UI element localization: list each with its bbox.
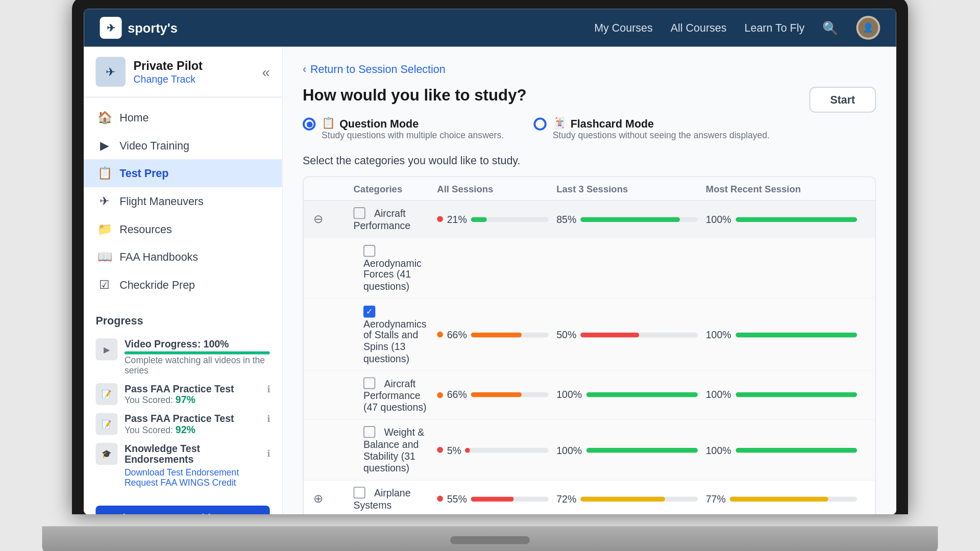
logo-icon: ✈ (100, 17, 122, 39)
all-bar-fill (471, 496, 514, 501)
sidebar-item-home[interactable]: 🏠 Home (84, 104, 282, 132)
back-link[interactable]: Return to Session Selection (310, 63, 446, 74)
l3-bar (580, 496, 698, 501)
col-toggle-header (314, 183, 354, 194)
study-options: How would you like to study? 📋 Question … (303, 87, 770, 140)
sidebar-item-checkride-prep[interactable]: ☑ Checkride Prep (84, 270, 282, 298)
request-wings-link[interactable]: Request FAA WINGS Credit (125, 478, 270, 488)
knowledge-title: Knowledge Test Endorsements (125, 443, 263, 465)
sidebar-label-test-prep: Test Prep (120, 167, 169, 179)
faa-1-info-icon[interactable]: ℹ (267, 384, 270, 394)
logo[interactable]: ✈ sporty's (100, 17, 178, 39)
all-sessions-cell: 66% (437, 329, 557, 339)
faa-1-icon: 📝 (96, 383, 118, 405)
faa-2-score-value: 92% (176, 424, 195, 435)
flashcard-mode-icon: 🃏 (553, 116, 567, 129)
l3-bar-fill (580, 332, 639, 337)
sidebar-item-test-prep[interactable]: 📋 Test Prep (84, 159, 282, 187)
col-recent-header: Most Recent Session (706, 183, 865, 194)
test-prep-icon: 📋 (98, 166, 112, 180)
sidebar-label-video: Video Training (120, 139, 190, 151)
study-mode-row: How would you like to study? 📋 Question … (303, 87, 876, 140)
video-progress-bar (125, 351, 270, 354)
knowledge-icon: 🎓 (96, 443, 118, 465)
faa-2-info-icon[interactable]: ℹ (267, 413, 270, 423)
mr-pct: 100% (706, 389, 731, 400)
mr-bar (736, 216, 857, 221)
mr-bar-fill (736, 332, 857, 337)
row-label-cell: Aircraft Performance (47 questions) (363, 377, 437, 413)
knowledge-info-icon[interactable]: ℹ (267, 448, 270, 459)
nav-my-courses[interactable]: My Courses (594, 22, 652, 34)
table-row: Aerodynamics of Stalls and Spins (13 que… (304, 298, 875, 371)
sidebar-item-flight-maneuvers[interactable]: ✈ Flight Maneuvers (84, 187, 282, 215)
last3-cell: 85% (557, 213, 706, 224)
row-checkbox[interactable] (363, 244, 375, 256)
mr-bar-fill (736, 392, 857, 397)
dot-indicator (437, 495, 444, 502)
checkride-icon: ☑ (98, 278, 112, 291)
row-label: Aerodynamics of Stalls and Spins (13 que… (363, 318, 427, 364)
row-checkbox[interactable] (363, 426, 375, 438)
row-checkbox[interactable] (354, 207, 365, 219)
row-checkbox[interactable] (363, 378, 375, 389)
all-bar (471, 496, 549, 501)
all-pct: 55% (447, 493, 467, 504)
nav-learn-to-fly[interactable]: Learn To Fly (745, 22, 805, 34)
flashcard-mode-radio[interactable] (534, 117, 547, 130)
logo-text: sporty's (128, 20, 178, 35)
sidebar-item-faa-handbooks[interactable]: 📖 FAA Handbooks (84, 243, 282, 271)
row-checkbox[interactable] (363, 305, 375, 317)
row-label-cell: Weight & Balance and Stability (31 quest… (363, 426, 437, 473)
faa-2-score-label: You Scored: (125, 425, 173, 435)
question-mode-label: Question Mode (340, 117, 419, 129)
l3-bar (586, 392, 698, 397)
l3-bar-fill (580, 496, 665, 501)
sidebar-label-flight: Flight Maneuvers (120, 195, 204, 207)
l3-bar-fill (586, 447, 698, 452)
sidebar-item-resources[interactable]: 📁 Resources (84, 215, 282, 243)
row-label-cell: Aerodynamics of Stalls and Spins (13 que… (363, 305, 437, 364)
l3-pct: 85% (557, 213, 577, 224)
faa-2-title: Pass FAA Practice Test (125, 413, 234, 423)
flashcard-mode-option[interactable]: 🃏 Flashcard Mode Study questions without… (534, 116, 770, 140)
row-toggle[interactable]: ⊕ (314, 491, 354, 505)
start-button[interactable]: Start (810, 87, 876, 113)
sidebar-collapse-button[interactable]: « (262, 64, 270, 80)
flashcard-mode-desc: Study questions without seeing the answe… (553, 130, 770, 140)
last3-cell: 100% (557, 389, 706, 400)
row-label-cell: Airplane Systems (354, 486, 437, 510)
col-last3-header: Last 3 Sessions (557, 183, 706, 194)
question-mode-icon: 📋 (322, 116, 335, 129)
share-progress-button[interactable]: Share Progress With My CFI (96, 505, 270, 514)
dot-indicator (437, 392, 444, 398)
search-icon[interactable]: 🔍 (822, 20, 838, 35)
video-progress-title: Video Progress: 100% (125, 338, 270, 349)
avatar[interactable]: 👤 (856, 16, 880, 40)
dot-indicator (437, 216, 444, 222)
recent-cell: 100% (706, 329, 865, 339)
faa-1-score-value: 97% (176, 394, 195, 405)
back-arrow-icon: ‹ (303, 63, 306, 74)
sidebar-header-info: ✈ Private Pilot Change Track (96, 57, 203, 87)
main-layout: ✈ Private Pilot Change Track « 🏠 Home (84, 47, 896, 514)
row-toggle[interactable]: ⊖ (314, 212, 354, 226)
table-row: ⊖ Aircraft Performance 21% (304, 201, 875, 238)
all-sessions-cell: 66% (437, 389, 557, 400)
mr-pct: 100% (706, 444, 731, 455)
course-title: Private Pilot (134, 59, 203, 73)
faa-1-header: Pass FAA Practice Test ℹ (125, 383, 270, 394)
nav-all-courses[interactable]: All Courses (671, 22, 727, 34)
change-track-link[interactable]: Change Track (134, 73, 203, 84)
row-checkbox[interactable] (354, 487, 365, 498)
faa-2-info: Pass FAA Practice Test ℹ You Scored: 92% (125, 413, 270, 435)
download-endorsement-link[interactable]: Download Test Endorsement (125, 467, 270, 478)
l3-pct: 50% (557, 329, 577, 339)
mr-bar (736, 332, 857, 337)
sidebar-item-video-training[interactable]: ▶ Video Training (84, 131, 282, 159)
table-header: Categories All Sessions Last 3 Sessions … (304, 177, 875, 201)
question-mode-option[interactable]: 📋 Question Mode Study questions with mul… (303, 116, 504, 140)
question-mode-radio[interactable] (303, 117, 315, 130)
faa-2-header: Pass FAA Practice Test ℹ (125, 413, 270, 423)
last3-cell: 100% (557, 444, 706, 455)
